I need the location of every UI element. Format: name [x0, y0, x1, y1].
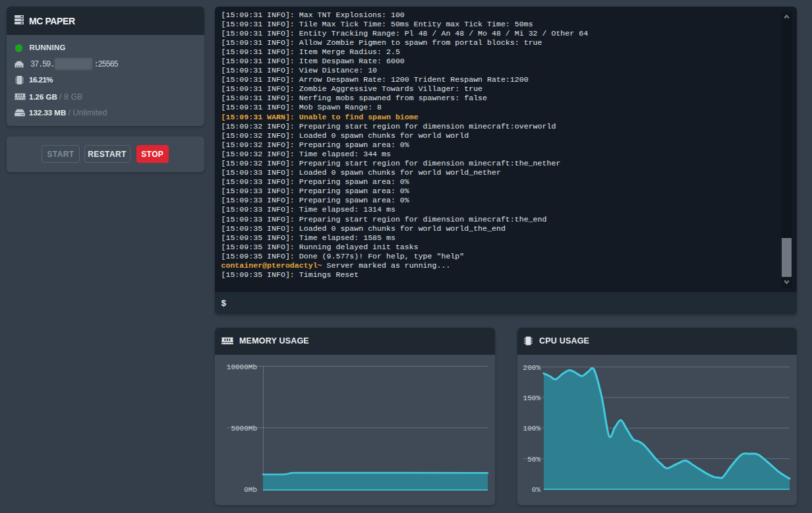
svg-text:0%: 0% — [532, 485, 541, 493]
svg-text:100%: 100% — [523, 425, 541, 433]
svg-text:10000Mb: 10000Mb — [227, 363, 257, 371]
svg-text:200%: 200% — [523, 363, 541, 371]
svg-text:5000Mb: 5000Mb — [231, 424, 257, 432]
svg-text:150%: 150% — [523, 394, 541, 402]
svg-text:50%: 50% — [527, 455, 540, 463]
svg-text:0Mb: 0Mb — [244, 485, 257, 493]
